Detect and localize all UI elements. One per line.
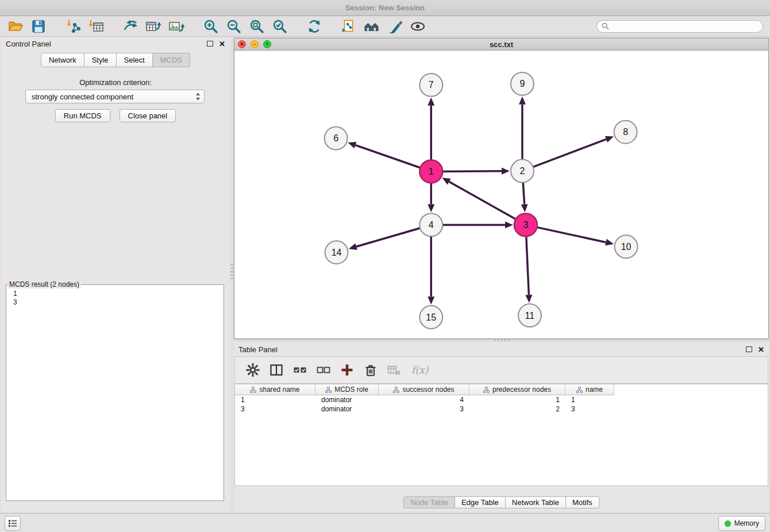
edge-arrowhead-2-8 [605,136,614,142]
memory-button-label: Memory [734,519,759,527]
delete-table-icon[interactable] [386,361,403,379]
table-tabs: Node TableEdge TableNetwork TableMotifs [234,496,769,508]
import-network-icon[interactable] [64,18,82,35]
edge-2-3[interactable] [523,183,524,205]
column-header-label: MCDS role [334,385,368,394]
column-header-successor-nodes[interactable]: successor nodes [379,384,469,395]
edge-arrowhead-2-9 [519,97,526,105]
create-column-plus-icon[interactable] [338,361,356,379]
close-panel-button[interactable]: Close panel [120,109,176,122]
minimize-window-button[interactable]: − [251,40,259,48]
open-file-icon[interactable] [7,18,24,35]
table-row[interactable]: 3dominator323 [235,404,768,414]
view-group [340,18,426,35]
save-session-icon[interactable] [30,18,47,35]
table-row[interactable]: 1dominator411 [235,395,768,404]
zoom-fit-icon[interactable] [248,18,265,35]
tab-mcds[interactable]: MCDS [153,53,190,67]
tab-network[interactable]: Network [41,53,84,67]
file-group [7,18,47,35]
optimization-dropdown[interactable]: strongly connected component [25,90,205,103]
show-column-panel-icon[interactable] [268,361,285,379]
close-control-panel-icon[interactable]: ✕ [219,40,225,48]
export-image-icon[interactable] [168,18,185,35]
panel-selector-button[interactable] [5,516,21,531]
tab-edge-table[interactable]: Edge Table [455,496,506,508]
float-panel-icon[interactable] [207,41,213,47]
close-table-panel-icon[interactable]: ✕ [758,346,764,353]
node-label-7: 7 [429,80,434,90]
search-icon [602,22,609,30]
float-table-panel-icon[interactable] [746,346,752,352]
table-settings-gear-icon[interactable] [244,361,261,379]
result-line: 3 [13,298,224,307]
edge-2-8[interactable] [533,139,606,167]
close-window-button[interactable]: ✕ [238,40,246,48]
edge-3-1[interactable] [449,182,516,219]
run-mcds-button[interactable]: Run MCDS [55,109,110,122]
zoom-out-icon[interactable] [225,18,242,35]
tab-node-table[interactable]: Node Table [403,496,455,508]
edge-arrowhead-4-15 [428,296,434,304]
maximize-window-button[interactable]: + [263,40,271,48]
edge-arrowhead-1-2 [502,168,510,175]
search-box[interactable] [596,20,763,33]
table-toolbar: f(x) [234,356,768,384]
select-all-columns-icon[interactable] [291,361,309,379]
horizontal-splitter-handle[interactable] [494,338,509,341]
edge-1-6[interactable] [355,145,420,168]
tab-motifs[interactable]: Motifs [566,496,599,508]
function-builder-icon[interactable]: f(x) [411,364,428,376]
network-overview-icon[interactable] [363,18,380,35]
column-header-predecessor-nodes[interactable]: predecessor nodes [469,384,565,395]
edge-1-2[interactable] [442,171,502,172]
tab-select[interactable]: Select [117,53,153,67]
edge-arrowhead-1-4 [428,204,434,212]
column-tree-icon [325,387,332,393]
column-header-shared-name[interactable]: shared name [235,384,315,395]
edge-arrowhead-4-14 [349,244,357,250]
network-window-titlebar[interactable]: scc.txt ✕ − + [234,38,768,51]
clone-network-icon[interactable] [340,18,357,35]
zoom-in-icon[interactable] [202,18,220,35]
column-header-mcds-role[interactable]: MCDS role [315,384,379,395]
vertical-splitter-handle[interactable] [230,264,233,279]
edge-arrowhead-3-10 [605,239,614,246]
memory-button[interactable]: Memory [718,516,765,531]
column-header-label: name [586,385,603,394]
column-header-name[interactable]: name [565,384,614,395]
import-table-icon[interactable] [87,18,105,35]
zoom-selected-icon[interactable] [271,18,288,35]
tab-style[interactable]: Style [84,53,117,67]
network-canvas[interactable]: 7968124314101511 [234,51,768,338]
tab-network-table[interactable]: Network Table [506,496,566,508]
deselect-all-columns-icon[interactable] [315,361,332,379]
panel-list-icon [8,519,17,527]
edge-arrowhead-3-11 [525,295,532,303]
memory-status-dot [725,521,731,527]
zoom-group [202,18,288,35]
edge-arrowhead-4-3 [505,221,513,228]
edge-3-10[interactable] [537,228,606,242]
show-hide-graphics-icon[interactable] [409,18,426,35]
table-panel-header: Table Panel ✕ [234,342,769,356]
table-panel-title: Table Panel [238,345,746,354]
apply-style-icon[interactable] [386,18,403,35]
refresh-icon[interactable] [306,18,323,35]
mcds-result-box: MCDS result (2 nodes) 13 [6,280,224,501]
export-network-icon[interactable] [122,18,139,35]
table-header-row: shared nameMCDS rolesuccessor nodesprede… [235,384,768,395]
table-cell: 2 [469,405,565,413]
control-panel: Control Panel ✕ NetworkStyleSelectMCDS O… [1,37,230,511]
export-table-icon[interactable] [145,18,162,35]
delete-column-trash-icon[interactable] [362,361,379,379]
edge-3-11[interactable] [526,236,529,295]
result-line: 1 [13,290,224,298]
mcds-button-row: Run MCDS Close panel [1,109,230,122]
optimization-criterion-label: Optimization criterion: [1,78,230,87]
import-group [64,18,105,35]
edge-4-14[interactable] [356,228,420,246]
window-titlebar[interactable]: Session: New Session [0,0,770,16]
table-panel: Table Panel ✕ [234,342,769,511]
search-input[interactable] [612,22,758,31]
